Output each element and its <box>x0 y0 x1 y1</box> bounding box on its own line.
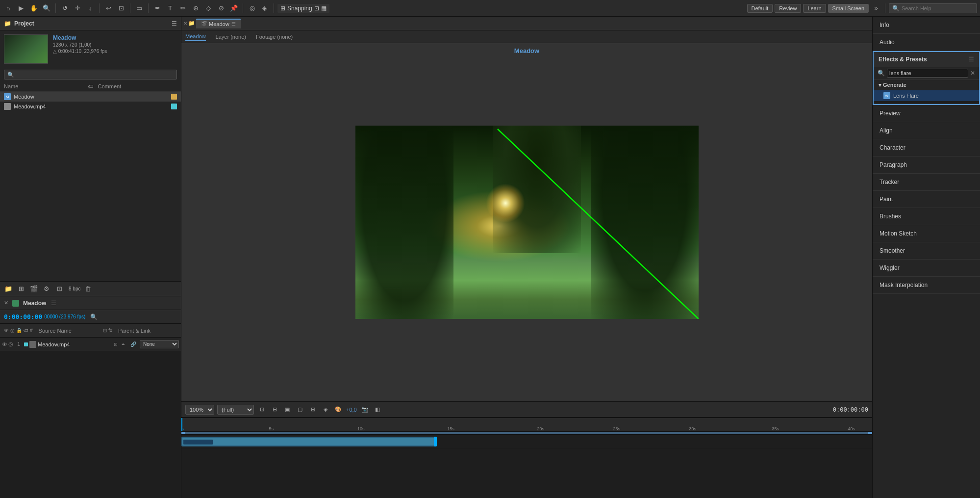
new-comp-icon[interactable]: ⊞ <box>16 284 26 294</box>
sub-tab-layer[interactable]: Layer (none) <box>216 33 246 41</box>
timeline-menu-icon[interactable]: ☰ <box>51 300 56 307</box>
audio-panel-item[interactable]: Audio <box>873 34 980 51</box>
puppet-pin-tool[interactable]: 📌 <box>228 3 239 14</box>
hand-tool[interactable]: ✋ <box>28 3 39 14</box>
eye-icon[interactable]: 👁 <box>2 341 7 347</box>
layer-end-handle[interactable] <box>434 437 437 446</box>
snapshot-icon[interactable]: 📷 <box>360 405 370 415</box>
tree-right <box>591 126 699 319</box>
motion-sketch-panel-item[interactable]: Motion Sketch <box>873 225 980 242</box>
sub-tab-footage[interactable]: Footage (none) <box>256 33 293 41</box>
show-snapshot-icon[interactable]: ◧ <box>373 405 382 415</box>
workspace-small-screen[interactable]: Small Screen <box>828 4 869 13</box>
layer-switch-pen[interactable]: ✒ <box>120 341 127 348</box>
project-preview: Meadow 1280 x 720 (1,00) △ 0:00:41:10, 2… <box>0 30 181 68</box>
safe-areas-icon[interactable]: ▢ <box>295 405 305 415</box>
layer-bar-1[interactable] <box>181 437 437 446</box>
comp-icon: M <box>4 93 11 100</box>
tab-close-icon[interactable]: ✕ <box>183 21 187 26</box>
work-area-start-handle[interactable] <box>181 432 185 434</box>
eraser-tool[interactable]: ◇ <box>203 3 214 14</box>
search-input[interactable] <box>902 5 970 11</box>
more-workspaces-icon[interactable]: » <box>871 3 881 14</box>
wiggler-panel-item[interactable]: Wiggler <box>873 260 980 277</box>
workspace-default[interactable]: Default <box>747 4 773 13</box>
new-folder-icon[interactable]: 📁 <box>3 284 14 294</box>
workspace-learn[interactable]: Learn <box>803 4 826 13</box>
fit-to-comp-icon[interactable]: ⊡ <box>257 405 267 415</box>
move-down-tool[interactable]: ↓ <box>85 3 96 14</box>
3d-channel-icon[interactable]: ◈ <box>321 405 330 415</box>
zoom-select[interactable]: 100% 50% 200% Fit <box>185 405 214 415</box>
timeline-timecode[interactable]: 0:00:00:00 <box>4 313 42 320</box>
solo-icon[interactable]: ◎ <box>8 341 13 347</box>
main-layout: 📁 Project ☰ Meadow 1280 x 720 (1,00) △ 0… <box>0 17 980 498</box>
project-item-meadow-comp[interactable]: M Meadow <box>0 92 181 102</box>
quality-select[interactable]: (Full) (Half) (Quarter) <box>217 405 254 415</box>
mask-interpolation-panel-item[interactable]: Mask Interpolation <box>873 277 980 294</box>
effects-panel-menu-icon[interactable]: ☰ <box>969 56 974 63</box>
effects-search-input[interactable] <box>887 69 968 78</box>
rect-tool[interactable]: ▭ <box>134 3 145 14</box>
brushes-panel-item[interactable]: Brushes <box>873 208 980 225</box>
info-panel-item[interactable]: Info <box>873 17 980 34</box>
tracker-panel-item[interactable]: Tracker <box>873 174 980 191</box>
footage-settings-icon[interactable]: ⚙ <box>41 284 52 294</box>
pen-tool[interactable]: ✒ <box>152 3 163 14</box>
color-manage-icon[interactable]: 🎨 <box>333 405 343 415</box>
effects-category-generate[interactable]: ▾ Generate <box>874 80 979 90</box>
project-search-input[interactable] <box>4 70 177 79</box>
parent-select[interactable]: None <box>140 340 179 348</box>
timeline-tracks <box>181 435 872 498</box>
layer-track-1 <box>181 435 872 448</box>
toggle-transparency-icon[interactable]: ▣ <box>282 405 292 415</box>
move-tool[interactable]: ✛ <box>72 3 83 14</box>
layer-switch-parent[interactable]: ⊡ <box>112 341 119 348</box>
interpret-footage-icon[interactable]: ⊡ <box>54 284 65 294</box>
align-panel-item[interactable]: Align <box>873 122 980 139</box>
redo-tool[interactable]: ⊡ <box>116 3 126 14</box>
smoother-panel-item[interactable]: Smoother <box>873 242 980 260</box>
shape-tool-1[interactable]: ◎ <box>247 3 257 14</box>
col-comment-header: Comment <box>98 83 177 89</box>
effects-item-lens-flare[interactable]: fx Lens Flare <box>874 90 979 101</box>
timeline-search-icon[interactable]: 🔍 <box>90 314 98 320</box>
selection-tool[interactable]: ▶ <box>16 3 26 14</box>
zoom-tool[interactable]: 🔍 <box>41 3 52 14</box>
category-expand-icon: ▾ <box>879 82 881 88</box>
region-of-interest-icon[interactable]: ⊟ <box>270 405 279 415</box>
home-icon[interactable]: ⌂ <box>3 3 14 14</box>
text-tool[interactable]: T <box>165 3 176 14</box>
preview-panel-item[interactable]: Preview <box>873 105 980 122</box>
project-panel-menu-icon[interactable]: ☰ <box>172 20 177 27</box>
timeline-ruler[interactable]: 0s 5s 10s 15s 20s 25s 30s 35s 40s <box>181 418 872 432</box>
roto-tool[interactable]: ⊘ <box>216 3 226 14</box>
grid-icon[interactable]: ⊞ <box>308 405 318 415</box>
layer-type-icon <box>29 341 36 348</box>
snapping-toggle[interactable]: ⊡ <box>314 5 319 12</box>
undo-tool[interactable]: ↩ <box>103 3 114 14</box>
project-panel-header: 📁 Project ☰ <box>0 17 181 30</box>
new-item-icon[interactable]: 🎬 <box>28 284 39 294</box>
rotate-tool[interactable]: ↺ <box>59 3 70 14</box>
paragraph-panel-item[interactable]: Paragraph <box>873 157 980 174</box>
shape-tool-2[interactable]: ◈ <box>259 3 270 14</box>
playhead[interactable] <box>181 418 182 431</box>
project-item-meadow-mp4[interactable]: Meadow.mp4 <box>0 102 181 111</box>
close-timeline-icon[interactable]: ✕ <box>4 300 8 306</box>
comp-tab-meadow[interactable]: 🎬 Meadow ☰ <box>196 19 241 28</box>
sub-tab-meadow[interactable]: Meadow <box>185 32 206 41</box>
project-columns: Name 🏷 Comment <box>0 81 181 92</box>
snapping-options[interactable]: ▦ <box>321 5 327 12</box>
comp-tab-menu-icon[interactable]: ☰ <box>231 21 236 26</box>
sub-tabs: Meadow Layer (none) Footage (none) <box>181 30 872 43</box>
offset-display: +0,0 <box>346 407 357 413</box>
paint-panel-item[interactable]: Paint <box>873 191 980 208</box>
effects-search-clear-icon[interactable]: ✕ <box>970 70 975 77</box>
delete-icon[interactable]: 🗑 <box>82 284 93 294</box>
clone-stamp-tool[interactable]: ⊕ <box>190 3 201 14</box>
brush-tool[interactable]: ✏ <box>177 3 188 14</box>
workspace-review[interactable]: Review <box>775 4 801 13</box>
work-area-end-handle[interactable] <box>868 432 872 434</box>
character-panel-item[interactable]: Character <box>873 139 980 157</box>
